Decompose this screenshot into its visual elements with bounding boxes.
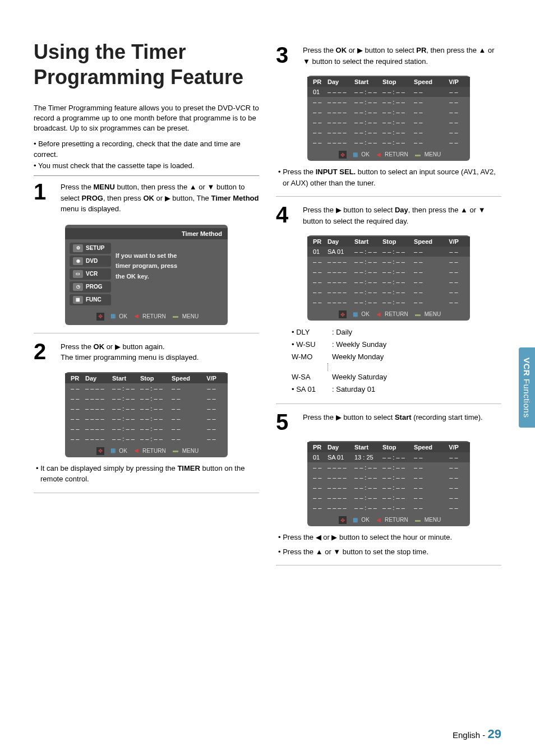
table-row: – –– – – –– – : – –– – : – –– –– – xyxy=(307,462,470,472)
table-row: – –– – – –– – : – –– – : – –– –– – xyxy=(65,393,228,403)
move-icon xyxy=(339,310,347,318)
step3-note: • Press the INPUT SEL. button to select … xyxy=(276,166,501,188)
l: the OK key. xyxy=(116,271,177,282)
osd-timer-method: Timer Method ⚙SETUP ◉DVD ▭VCR ◷PROG ▦FUN… xyxy=(65,225,228,325)
table-row: – –– – – –– – : – –– – : – –– –– – xyxy=(307,117,470,127)
foot-lang: English xyxy=(453,730,480,740)
kw-input-sel: INPUT SEL. xyxy=(316,168,356,176)
table-row: – –– – – –– – : – –– – : – –– –– – xyxy=(307,483,470,493)
table-row: 01SA 01– – : – –– – : – –– –– – xyxy=(307,247,470,257)
t: Press the xyxy=(61,342,94,351)
osd-menu-list: ⚙SETUP ◉DVD ▭VCR ◷PROG ▦FUNC xyxy=(70,243,111,307)
step-number: 4 xyxy=(276,205,296,226)
table-row: – –– – – –– – : – –– – : – –– –– – xyxy=(307,257,470,267)
step-5: 5 Press the ▶ button to select Start (re… xyxy=(276,412,501,432)
move-icon xyxy=(339,151,347,159)
side-tab: VCR Functions xyxy=(519,347,535,428)
kw-timer-method: Timer Method xyxy=(211,194,259,202)
osd-menu-item-setup: ⚙SETUP xyxy=(70,243,111,254)
move-icon xyxy=(96,447,104,455)
kw-start: Start xyxy=(395,413,412,421)
table-row: – –– – – –– – : – –– – : – –– –– – xyxy=(307,137,470,147)
step-text: Press the OK or ▶ button again. The time… xyxy=(61,341,259,363)
ok-icon: ▦ xyxy=(110,313,116,319)
grid-icon: ▦ xyxy=(73,296,83,304)
step-4: 4 Press the ▶ button to select Day, then… xyxy=(276,205,501,226)
step-number: 2 xyxy=(34,341,54,363)
lbl: FUNC xyxy=(86,296,102,303)
step-number: 3 xyxy=(276,45,296,67)
v: Weekly Saturday xyxy=(332,371,387,383)
legend-row: • DLY: Daily xyxy=(292,326,501,338)
t: It can be displayed simply by pressing t… xyxy=(40,464,177,472)
tab-p2: Functions xyxy=(522,379,532,418)
k: • W-SU xyxy=(292,338,332,351)
step5-b1: • Press the ◀ or ▶ button to select the … xyxy=(276,532,501,543)
table-row: – –– – – –– – : – –– – : – –– –– – xyxy=(307,472,470,483)
move-icon xyxy=(96,313,104,321)
kw-menu: MENU xyxy=(94,183,115,191)
osd-timer-table-blank: PRDayStartStopSpeedV/P– –– – – –– – : – … xyxy=(65,372,228,457)
lbl: SETUP xyxy=(86,245,104,251)
menu-icon: ▬ xyxy=(173,313,178,319)
kw-day: Day xyxy=(395,206,408,214)
osd-menu-item-dvd: ◉DVD xyxy=(70,256,111,267)
intro-paragraph: The Timer Programming feature allows you… xyxy=(34,103,259,134)
divider xyxy=(34,175,259,176)
step-number: 1 xyxy=(34,182,54,215)
t: Press the ▶ button to select xyxy=(303,206,395,214)
t: (recording start time). xyxy=(412,413,483,421)
k: W-MO xyxy=(292,351,332,363)
v: : Daily xyxy=(332,326,352,338)
table-row: – –– – – –– – : – –– – : – –– –– – xyxy=(307,297,470,307)
v: : Weekly Sunday xyxy=(332,338,386,351)
legend-row: • SA 01: Saturday 01 xyxy=(292,383,501,396)
divider xyxy=(276,565,501,565)
l: timer program, press xyxy=(116,261,177,271)
v: : Saturday 01 xyxy=(332,383,375,396)
t: , then press xyxy=(103,194,144,202)
table-row: – –– – – –– – : – –– – : – –– –– – xyxy=(307,107,470,117)
page-title: Using the Timer Programming Feature xyxy=(34,39,259,90)
divider xyxy=(34,333,259,333)
kw-timer: TIMER xyxy=(177,464,200,472)
step-number: 5 xyxy=(276,412,296,432)
legend-row: W-MO Weekly Monday xyxy=(292,351,501,363)
table-row: – –– – – –– – : – –– – : – –– –– – xyxy=(307,503,470,513)
step-3: 3 Press the OK or ▶ button to select PR,… xyxy=(276,45,501,67)
table-row: – –– – – –– – : – –– – : – –– –– – xyxy=(65,424,228,434)
step-text: Press the OK or ▶ button to select PR, t… xyxy=(303,45,501,67)
disc-icon: ◉ xyxy=(73,257,83,265)
t: Press the xyxy=(283,168,316,176)
osd-timer-table-pr: PRDayStartStopSpeedV/P01– – – –– – : – –… xyxy=(307,76,470,161)
kw-ok: OK xyxy=(94,342,105,351)
t: or ▶ button to select xyxy=(347,46,416,54)
lbl: DVD xyxy=(86,258,98,264)
t: Press the ▲ or ▼ button to set the stop … xyxy=(283,548,428,556)
osd-timer-table-start: PRDayStartStopSpeedV/P01SA 0113 : 25– – … xyxy=(307,441,470,526)
v: Weekly Monday xyxy=(332,351,384,363)
t: The timer programming menu is displayed. xyxy=(61,353,199,361)
k: W-SA xyxy=(292,371,332,383)
divider xyxy=(276,403,501,404)
kw-prog: PROG xyxy=(82,194,103,202)
step2-note: • It can be displayed simply by pressing… xyxy=(34,463,259,485)
t: Press the ◀ or ▶ button to select the ho… xyxy=(283,533,452,541)
legend-row: • W-SU: Weekly Sunday xyxy=(292,338,501,351)
kw-ok: OK xyxy=(336,46,347,54)
page-footer: English - 29 xyxy=(453,727,501,741)
title-text: Using the Timer Programming Feature xyxy=(34,39,259,90)
intro-bullet: Before presetting a recording, check tha… xyxy=(34,138,259,160)
step-text: Press the MENU button, then press the ▲ … xyxy=(61,182,259,215)
divider xyxy=(34,493,259,493)
table-row: – –– – – –– – : – –– – : – –– –– – xyxy=(65,414,228,424)
step5-b2: • Press the ▲ or ▼ button to set the sto… xyxy=(276,546,501,558)
osd-menu-item-func: ▦FUNC xyxy=(70,294,111,305)
tape-icon: ▭ xyxy=(73,270,83,278)
table-row: – –– – – –– – : – –– – : – –– –– – xyxy=(307,97,470,107)
divider xyxy=(276,196,501,197)
t: Press the xyxy=(303,46,336,54)
l: If you want to set the xyxy=(116,251,177,261)
k: • SA 01 xyxy=(292,383,332,396)
intro-bullets: Before presetting a recording, check tha… xyxy=(34,138,259,171)
